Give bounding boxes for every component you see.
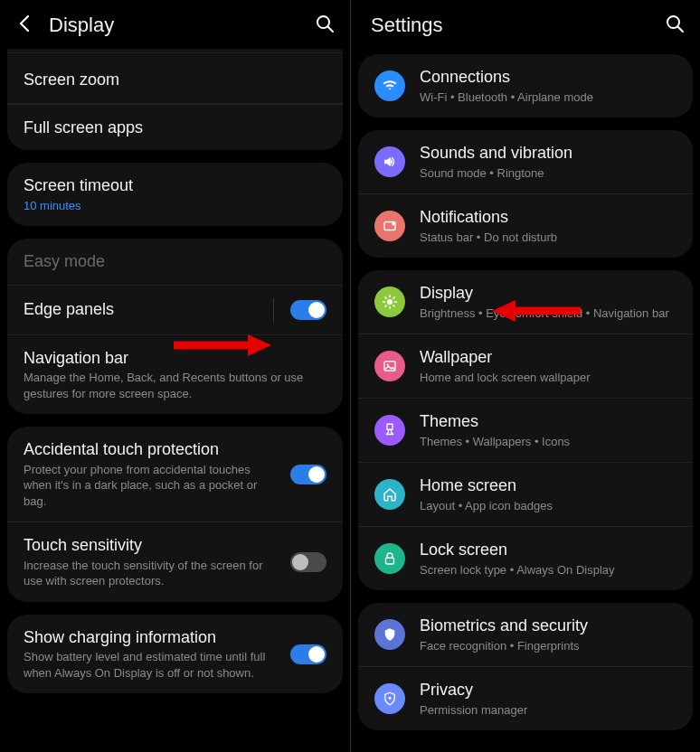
item-label: Privacy xyxy=(420,680,676,700)
item-full-screen-apps[interactable]: Full screen apps xyxy=(7,104,343,151)
svg-line-16 xyxy=(393,297,395,299)
item-sublabel: Sound mode • Ringtone xyxy=(420,165,676,182)
item-themes[interactable]: Themes Themes • Wallpapers • Icons xyxy=(358,398,693,462)
wifi-icon xyxy=(374,70,405,101)
item-wallpaper[interactable]: Wallpaper Home and lock screen wallpaper xyxy=(358,334,693,398)
item-sublabel: 10 minutes xyxy=(24,198,326,214)
display-card-3: Easy mode Edge panels Navigation bar Man… xyxy=(7,239,343,414)
divider xyxy=(273,298,274,322)
item-touch-sensitivity[interactable]: Touch sensitivity Increase the touch sen… xyxy=(7,522,343,602)
item-label: Themes xyxy=(420,411,676,432)
shield-icon xyxy=(374,683,405,714)
item-sounds[interactable]: Sounds and vibration Sound mode • Ringto… xyxy=(358,130,693,193)
item-sublabel: Manage the Home, Back, and Recents butto… xyxy=(24,370,326,401)
item-label: Edge panels xyxy=(24,299,260,320)
item-biometrics[interactable]: Biometrics and security Face recognition… xyxy=(358,603,693,666)
item-notifications[interactable]: Notifications Status bar • Do not distur… xyxy=(358,193,693,258)
item-privacy[interactable]: Privacy Permission manager xyxy=(358,666,693,730)
item-sublabel: Themes • Wallpapers • Icons xyxy=(420,434,676,450)
display-card-5: Show charging information Show battery l… xyxy=(7,615,343,694)
svg-line-13 xyxy=(385,297,387,299)
search-icon[interactable] xyxy=(314,13,336,38)
sun-icon xyxy=(374,287,405,317)
item-label: Full screen apps xyxy=(24,118,326,138)
item-sublabel: Status bar • Do not disturb xyxy=(420,230,676,246)
svg-rect-19 xyxy=(386,559,394,565)
item-show-charging[interactable]: Show charging information Show battery l… xyxy=(7,615,343,694)
svg-point-7 xyxy=(392,222,394,225)
item-sublabel: Home and lock screen wallpaper xyxy=(420,370,676,386)
settings-card-display: Display Brightness • Eye comfort shield … xyxy=(358,270,693,590)
item-display[interactable]: Display Brightness • Eye comfort shield … xyxy=(358,270,693,334)
svg-line-14 xyxy=(393,306,395,307)
item-sublabel: Wi-Fi • Bluetooth • Airplane mode xyxy=(420,89,676,106)
item-label: Wallpaper xyxy=(420,347,676,368)
lock-icon xyxy=(374,543,405,574)
item-label: Screen timeout xyxy=(24,175,326,196)
home-icon xyxy=(374,479,405,510)
item-sublabel: Screen lock type • Always On Display xyxy=(420,562,676,578)
settings-card-sound: Sounds and vibration Sound mode • Ringto… xyxy=(358,130,693,258)
brush-icon xyxy=(374,415,405,446)
svg-point-8 xyxy=(387,299,393,305)
page-title: Settings xyxy=(371,14,651,37)
item-sublabel: Brightness • Eye comfort shield • Naviga… xyxy=(420,306,676,322)
item-label: Display xyxy=(420,283,676,304)
settings-card-security: Biometrics and security Face recognition… xyxy=(358,603,693,730)
item-sublabel: Show battery level and estimated time un… xyxy=(24,649,278,681)
edge-panels-toggle[interactable] xyxy=(290,300,326,320)
show-charging-toggle[interactable] xyxy=(290,644,326,664)
item-accidental-touch[interactable]: Accidental touch protection Protect your… xyxy=(7,427,343,522)
item-label: Connections xyxy=(420,67,676,88)
display-header: Display xyxy=(0,0,350,54)
display-card-2: Screen timeout 10 minutes xyxy=(7,163,343,226)
touch-sensitivity-toggle[interactable] xyxy=(290,552,326,572)
item-screen-zoom[interactable]: Screen zoom xyxy=(7,52,343,104)
item-label: Lock screen xyxy=(420,540,676,560)
back-icon[interactable] xyxy=(14,13,36,38)
shield-icon xyxy=(374,619,405,650)
item-sublabel: Permission manager xyxy=(420,702,676,719)
settings-card-connections: Connections Wi-Fi • Bluetooth • Airplane… xyxy=(358,54,693,118)
settings-screen: Settings Connections Wi-Fi • Bluetooth •… xyxy=(350,0,700,752)
item-label: Touch sensitivity xyxy=(24,535,278,556)
item-navigation-bar[interactable]: Navigation bar Manage the Home, Back, an… xyxy=(7,334,343,415)
item-label: Easy mode xyxy=(24,251,326,272)
display-settings-screen: Display Screen zoom Full screen apps Scr… xyxy=(0,0,350,752)
display-card-4: Accidental touch protection Protect your… xyxy=(7,427,343,602)
svg-line-5 xyxy=(678,27,684,33)
item-home-screen[interactable]: Home screen Layout • App icon badges xyxy=(358,462,693,526)
item-lock-screen[interactable]: Lock screen Screen lock type • Always On… xyxy=(358,526,693,590)
svg-rect-17 xyxy=(384,362,395,371)
item-label: Biometrics and security xyxy=(420,616,676,636)
item-connections[interactable]: Connections Wi-Fi • Bluetooth • Airplane… xyxy=(358,54,693,118)
item-label: Home screen xyxy=(420,475,676,496)
notification-icon xyxy=(374,211,405,241)
item-label: Screen zoom xyxy=(24,70,326,90)
item-sublabel: Face recognition • Fingerprints xyxy=(420,638,676,654)
item-easy-mode[interactable]: Easy mode xyxy=(7,239,343,285)
search-icon[interactable] xyxy=(664,13,686,38)
item-screen-timeout[interactable]: Screen timeout 10 minutes xyxy=(7,163,343,226)
item-sublabel: Increase the touch sensitivity of the sc… xyxy=(24,558,278,589)
item-label: Navigation bar xyxy=(24,348,326,369)
svg-line-1 xyxy=(328,27,334,33)
display-card-1: Screen zoom Full screen apps xyxy=(7,49,343,150)
item-label: Accidental touch protection xyxy=(24,439,278,460)
settings-header: Settings xyxy=(351,0,700,54)
item-edge-panels[interactable]: Edge panels xyxy=(7,285,343,334)
page-title: Display xyxy=(49,14,301,37)
item-label: Show charging information xyxy=(24,627,278,648)
image-icon xyxy=(374,351,405,381)
svg-line-15 xyxy=(385,306,387,307)
item-label: Sounds and vibration xyxy=(420,143,676,164)
item-sublabel: Protect your phone from accidental touch… xyxy=(24,462,278,510)
volume-icon xyxy=(374,146,405,177)
svg-point-20 xyxy=(389,697,392,700)
accidental-touch-toggle[interactable] xyxy=(290,465,326,484)
item-sublabel: Layout • App icon badges xyxy=(420,498,676,514)
item-label: Notifications xyxy=(420,207,676,228)
